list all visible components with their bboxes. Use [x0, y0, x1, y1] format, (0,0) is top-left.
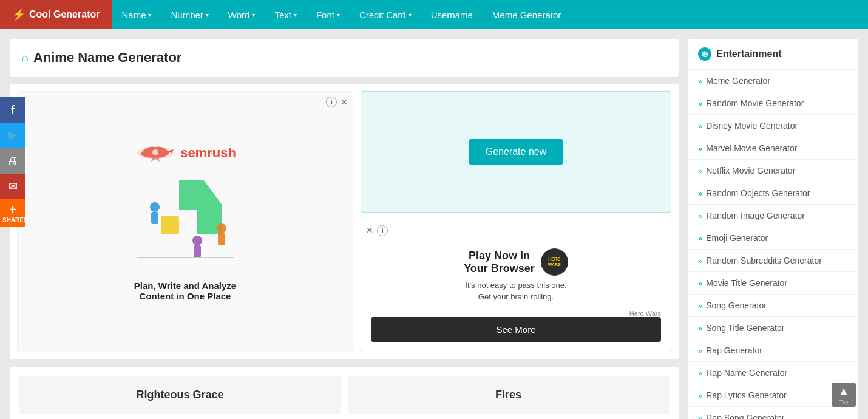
email-share-button[interactable]: ✉: [0, 174, 25, 199]
ad-close-button[interactable]: ✕: [341, 97, 348, 107]
svg-rect-9: [194, 245, 201, 257]
nav-item-username[interactable]: Username: [421, 0, 483, 29]
sidebar-item-random-objects-generator[interactable]: » Random Objects Generator: [688, 182, 858, 205]
nav-item-word[interactable]: Word ▾: [219, 0, 265, 29]
result-item-1: Righteous Grace: [19, 376, 341, 414]
scroll-to-top-button[interactable]: ▲ Top: [832, 383, 856, 407]
facebook-share-button[interactable]: f: [0, 97, 25, 123]
chevron-down-icon: ▾: [252, 12, 255, 18]
sidebar-item-song-generator[interactable]: » Song Generator: [688, 295, 858, 317]
chevron-down-icon: ▾: [206, 12, 209, 18]
nav-item-number[interactable]: Number ▾: [161, 0, 218, 29]
chevron-right-icon: »: [698, 211, 702, 220]
page-title: Anime Name Generator: [33, 50, 182, 66]
twitter-icon: 🐦: [7, 130, 19, 141]
sidebar-header-title: Entertainment: [716, 49, 782, 60]
svg-rect-7: [218, 233, 225, 245]
ad-info-button-2[interactable]: ℹ: [377, 225, 388, 236]
generate-area: Generate new: [361, 91, 671, 213]
nav-item-text[interactable]: Text ▾: [265, 0, 307, 29]
semrush-logo: semrush: [134, 142, 236, 164]
sidebar-header: ⊕ Entertainment: [688, 39, 858, 70]
nav-item-name[interactable]: Name ▾: [112, 0, 161, 29]
hero-wars-subtitle: It's not easy to pass this one.: [464, 281, 568, 290]
ad-section: ℹ ✕ semrush: [10, 84, 679, 359]
ad-close-button-2[interactable]: ✕: [366, 225, 373, 236]
chevron-down-icon: ▾: [337, 12, 340, 18]
chevron-right-icon: »: [698, 234, 702, 243]
ad-right-panel: Generate new ✕ ℹ Play Now In Your Browse…: [361, 91, 671, 352]
chevron-right-icon: »: [698, 279, 702, 288]
chevron-right-icon: »: [698, 414, 702, 420]
semrush-tagline: Plan, Write and Analyze Content in One P…: [134, 281, 236, 301]
semrush-illustration: [124, 174, 246, 271]
chevron-right-icon: »: [698, 77, 702, 86]
main-content: ⌂ Anime Name Generator ℹ ✕: [10, 39, 679, 419]
sidebar-header-icon: ⊕: [698, 47, 711, 61]
sidebar-item-emoji-generator[interactable]: » Emoji Generator: [688, 227, 858, 250]
sidebar-item-rap-song-generator[interactable]: » Rap Song Generator: [688, 407, 858, 419]
shares-counter[interactable]: + SHARES: [0, 199, 25, 227]
nav-item-font[interactable]: Font ▾: [307, 0, 350, 29]
chevron-down-icon: ▾: [409, 12, 412, 18]
brand-name: Cool Generator: [29, 9, 100, 20]
ad-info-button[interactable]: ℹ: [326, 97, 337, 107]
sidebar-item-random-subreddits-generator[interactable]: » Random Subreddits Generator: [688, 250, 858, 272]
sidebar-item-song-title-generator[interactable]: » Song Title Generator: [688, 317, 858, 339]
ad-controls: ℹ ✕: [326, 97, 348, 107]
sidebar-item-netflix-movie-generator[interactable]: » Netflix Movie Generator: [688, 160, 858, 182]
sidebar-item-meme-generator[interactable]: » Meme Generator: [688, 70, 858, 92]
chevron-right-icon: »: [698, 99, 702, 108]
title-card: ⌂ Anime Name Generator: [10, 39, 679, 77]
brand-logo[interactable]: ⚡ Cool Generator: [0, 0, 112, 29]
sidebar-card: ⊕ Entertainment » Meme Generator » Rando…: [688, 39, 858, 419]
nav-items: Name ▾ Number ▾ Word ▾ Text ▾ Font ▾ Cre…: [112, 0, 571, 29]
sidebar-list: » Meme Generator » Random Movie Generato…: [688, 70, 858, 419]
email-icon: ✉: [8, 180, 18, 193]
chevron-right-icon: »: [698, 166, 702, 175]
chevron-down-icon: ▾: [294, 12, 297, 18]
navbar: ⚡ Cool Generator Name ▾ Number ▾ Word ▾ …: [0, 0, 868, 29]
scroll-top-label: Top: [839, 399, 849, 405]
see-more-button[interactable]: See More: [371, 317, 661, 342]
sidebar-item-disney-movie-generator[interactable]: » Disney Movie Generator: [688, 115, 858, 137]
chevron-right-icon: »: [698, 324, 702, 333]
svg-marker-2: [179, 180, 222, 234]
svg-point-6: [217, 223, 226, 233]
semrush-brand-text: semrush: [180, 145, 236, 161]
sidebar-item-random-movie-generator[interactable]: » Random Movie Generator: [688, 92, 858, 115]
svg-point-4: [150, 202, 160, 212]
ad-controls-2: ✕ ℹ: [366, 225, 388, 236]
svg-point-1: [152, 149, 158, 155]
sidebar-item-rap-name-generator[interactable]: » Rap Name Generator: [688, 362, 858, 384]
semrush-rocket-icon: [134, 142, 177, 164]
svg-point-8: [192, 236, 202, 245]
print-icon: 🖨: [7, 155, 18, 168]
sidebar-item-random-image-generator[interactable]: » Random Image Generator: [688, 205, 858, 227]
hero-wars-badge-icon: HEROWARS: [541, 248, 568, 276]
generate-button[interactable]: Generate new: [469, 139, 564, 165]
results-card: Righteous Grace Fires: [10, 367, 679, 419]
chevron-right-icon: »: [698, 369, 702, 378]
nav-item-credit-card[interactable]: Credit Card ▾: [350, 0, 421, 29]
hero-wars-credit: Hero Wars: [371, 310, 661, 317]
chevron-right-icon: »: [698, 391, 702, 400]
arrow-up-icon: ▲: [838, 385, 849, 398]
sidebar-item-marvel-movie-generator[interactable]: » Marvel Movie Generator: [688, 137, 858, 160]
print-button[interactable]: 🖨: [0, 148, 25, 174]
chevron-right-icon: »: [698, 144, 702, 153]
page-layout: ⌂ Anime Name Generator ℹ ✕: [0, 29, 868, 419]
chevron-right-icon: »: [698, 301, 702, 310]
shares-label: SHARES: [2, 217, 28, 223]
hero-wars-subtitle2: Get your brain rolling.: [464, 292, 568, 301]
sidebar-item-movie-title-generator[interactable]: » Movie Title Generator: [688, 272, 858, 295]
sidebar-item-rap-generator[interactable]: » Rap Generator: [688, 339, 858, 362]
chevron-right-icon: »: [698, 256, 702, 265]
svg-rect-3: [161, 216, 179, 234]
hero-wars-content: Play Now In Your Browser HEROWARS It's n…: [458, 230, 574, 310]
sidebar: ⊕ Entertainment » Meme Generator » Rando…: [688, 39, 858, 419]
result-item-2: Fires: [348, 376, 669, 414]
nav-item-meme-generator[interactable]: Meme Generator: [483, 0, 571, 29]
twitter-share-button[interactable]: 🐦: [0, 123, 25, 148]
chevron-right-icon: »: [698, 189, 702, 198]
